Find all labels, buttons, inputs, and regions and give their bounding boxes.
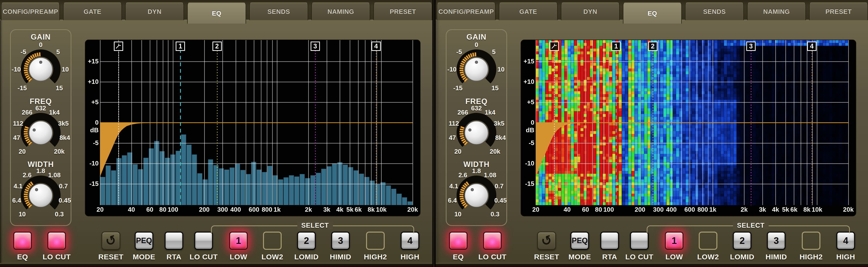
- button-text: PEQ: [136, 236, 152, 245]
- button-text: PEQ: [571, 236, 588, 245]
- width-scale-label: 6.4: [448, 197, 457, 204]
- gain-knob[interactable]: -15-10-5051015: [440, 32, 513, 106]
- eq-band-marker-2[interactable]: 2: [648, 42, 657, 51]
- x-axis-tick-label: 1k: [266, 206, 288, 213]
- width-knob-face[interactable]: [29, 184, 52, 207]
- width-knob[interactable]: 106.44.12.61.81.080.70.450.3: [4, 159, 78, 232]
- tab-label: GATE: [84, 8, 101, 16]
- y-axis-tick-label: -5: [85, 139, 99, 147]
- gain-value-tick: [460, 65, 464, 66]
- eq-toggle-button[interactable]: [449, 232, 468, 250]
- reset-button[interactable]: ↺: [101, 232, 120, 250]
- tab-gate[interactable]: GATE: [63, 2, 122, 20]
- eq-band-marker-number: 4: [810, 43, 813, 50]
- bottom-bezel: [0, 263, 432, 267]
- freq-knob-face[interactable]: [465, 121, 488, 144]
- tab-label: CONFIG/PREAMP: [438, 8, 494, 16]
- freq-scale-label: 1k4: [49, 109, 60, 116]
- width-scale-label: 0.45: [494, 197, 507, 204]
- tab-sends[interactable]: SENDS: [249, 2, 308, 20]
- select-band-high-button[interactable]: 4: [836, 232, 855, 250]
- width-value-tick: [460, 196, 463, 197]
- tab-sends[interactable]: SENDS: [685, 2, 744, 20]
- x-axis-tick-label: 10k: [370, 206, 392, 213]
- locut-marker-box[interactable]: [114, 42, 123, 51]
- tab-label: EQ: [648, 9, 657, 17]
- freq-knob-face[interactable]: [29, 121, 52, 144]
- bottom-bezel: [436, 263, 868, 267]
- tab-gate[interactable]: GATE: [499, 2, 558, 20]
- y-axis-tick-label: +10: [85, 78, 99, 85]
- gain-scale-label: 0: [475, 41, 478, 48]
- eq-band-marker-2[interactable]: 2: [213, 42, 222, 51]
- locut-toggle-button-label: LO CUT: [471, 253, 513, 261]
- rta-button[interactable]: [600, 232, 619, 250]
- tab-dyn[interactable]: DYN: [125, 2, 184, 20]
- select-band-lomid-button[interactable]: 2: [297, 232, 316, 250]
- eq-band-marker-number: 4: [374, 43, 378, 50]
- select-band-low-button[interactable]: 1: [665, 232, 683, 250]
- width-scale-label: 0.3: [491, 210, 499, 218]
- eq-band-marker-4[interactable]: 4: [371, 42, 381, 51]
- tab-label: GATE: [519, 8, 537, 16]
- locut-view-button[interactable]: [630, 232, 649, 250]
- freq-scale-label: 1k4: [485, 109, 496, 116]
- width-scale-label: 0.3: [55, 210, 64, 218]
- gain-scale-label: 15: [491, 84, 498, 92]
- select-band-himid-button[interactable]: 3: [767, 232, 785, 250]
- width-knob-face[interactable]: [465, 184, 488, 207]
- locut-toggle-button[interactable]: [483, 232, 502, 250]
- y-axis-tick-label: 0 dB: [85, 119, 99, 134]
- x-axis-tick-label: 20: [525, 206, 547, 213]
- select-group-label: SELECT: [297, 222, 333, 230]
- eq-band-marker-1[interactable]: 1: [176, 42, 185, 51]
- tab-naming[interactable]: NAMING: [311, 2, 370, 20]
- gain-scale-label: -10: [11, 65, 21, 73]
- reset-button[interactable]: ↺: [537, 232, 556, 250]
- select-band-himid-button[interactable]: 3: [331, 232, 350, 250]
- tab-preset[interactable]: PRESET: [373, 2, 432, 20]
- eq-toggle-button[interactable]: [13, 232, 32, 250]
- tab-label: DYN: [148, 8, 161, 16]
- eq-band-marker-4[interactable]: 4: [807, 42, 816, 51]
- freq-scale-label: 266: [458, 109, 468, 116]
- width-scale-label: 1.08: [484, 171, 496, 179]
- width-scale-label: 0.45: [59, 197, 71, 204]
- freq-knob-pointer-dot: [469, 129, 471, 131]
- select-band-low-button[interactable]: 1: [229, 232, 248, 250]
- rta-button[interactable]: [165, 232, 183, 250]
- tab-preset[interactable]: PRESET: [809, 2, 868, 20]
- y-axis-tick-label: -10: [521, 160, 534, 167]
- tab-eq[interactable]: EQ: [187, 2, 246, 24]
- tab-eq[interactable]: EQ: [623, 2, 682, 24]
- width-scale-label: 4.1: [14, 182, 23, 190]
- tab-label: PRESET: [825, 8, 851, 16]
- tab-naming[interactable]: NAMING: [747, 2, 806, 20]
- tab-config-preamp[interactable]: CONFIG/PREAMP: [437, 2, 496, 20]
- button-number: 2: [304, 236, 309, 246]
- width-value-tick: [24, 198, 28, 199]
- eq-band-marker-number: 2: [651, 43, 655, 50]
- tab-dyn[interactable]: DYN: [561, 2, 620, 20]
- eq-band-marker-1[interactable]: 1: [611, 42, 621, 51]
- mode-button[interactable]: PEQ: [135, 232, 153, 250]
- y-axis-tick-label: 0 dB: [521, 119, 534, 134]
- gain-scale-label: -5: [456, 48, 462, 56]
- select-band-lomid-button[interactable]: 2: [733, 232, 751, 250]
- eq-band-marker-3[interactable]: 3: [311, 42, 320, 51]
- y-axis-tick-label: -10: [85, 160, 99, 167]
- locut-marker-box[interactable]: [550, 42, 559, 51]
- eq-graph: +15+10+50 dB-5-10-1520406080100200300400…: [85, 40, 420, 216]
- gain-value-tick: [473, 53, 474, 57]
- eq-band-marker-number: 2: [215, 43, 219, 50]
- gain-knob[interactable]: -15-10-5051015: [4, 32, 78, 106]
- locut-toggle-button[interactable]: [48, 232, 66, 250]
- width-knob[interactable]: 106.44.12.61.81.080.70.450.3: [440, 159, 513, 232]
- locut-view-button[interactable]: [194, 232, 213, 250]
- tab-config-preamp[interactable]: CONFIG/PREAMP: [1, 2, 60, 20]
- mode-button[interactable]: PEQ: [570, 232, 589, 250]
- eq-band-marker-3[interactable]: 3: [746, 42, 756, 51]
- select-band-high-button[interactable]: 4: [401, 232, 419, 250]
- freq-scale-label: 20k: [490, 148, 500, 155]
- eq-graph: +15+10+50 dB-5-10-1520406080100200300400…: [521, 40, 856, 216]
